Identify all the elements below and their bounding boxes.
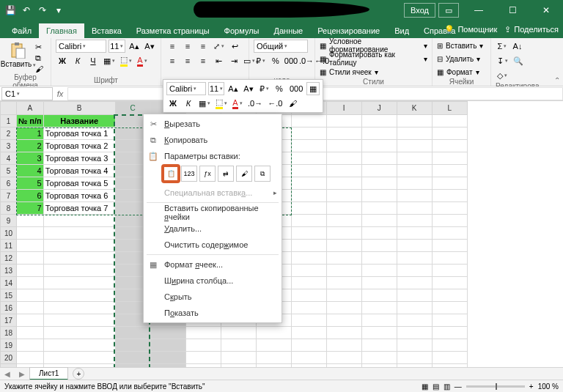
cell[interactable] xyxy=(397,302,432,314)
ctx-column-width[interactable]: Ширина столбца... xyxy=(144,273,282,289)
maximize-button[interactable]: ☐ xyxy=(496,0,529,21)
cell[interactable] xyxy=(291,127,326,140)
cell[interactable] xyxy=(326,165,361,177)
format-cells-button[interactable]: ▦Формат ▾ xyxy=(437,66,486,78)
align-left-icon[interactable]: ≡ xyxy=(166,54,179,67)
cell[interactable] xyxy=(326,152,361,165)
cell[interactable] xyxy=(326,314,361,327)
cell[interactable] xyxy=(397,277,432,289)
cell[interactable] xyxy=(291,215,326,227)
fx-icon[interactable]: fx xyxy=(53,89,67,98)
cell[interactable] xyxy=(361,215,397,227)
cell[interactable] xyxy=(291,252,326,265)
ctx-insert-copied[interactable]: Вставить скопированные ячейки xyxy=(144,204,282,221)
tab-file[interactable]: Файл xyxy=(4,23,39,38)
align-top-icon[interactable]: ≡ xyxy=(166,40,179,53)
view-layout-icon[interactable]: ▤ xyxy=(433,382,439,391)
mini-currency-icon[interactable]: ₽ xyxy=(257,82,271,95)
cell[interactable] xyxy=(432,302,467,314)
col-header[interactable]: J xyxy=(361,102,397,115)
cell[interactable] xyxy=(43,227,115,240)
row-header[interactable]: 12 xyxy=(1,252,17,265)
orientation-icon[interactable]: ⤢ xyxy=(212,40,226,53)
row-header[interactable]: 16 xyxy=(1,302,17,314)
cell[interactable] xyxy=(43,277,115,289)
align-middle-icon[interactable]: ≡ xyxy=(181,40,194,53)
row-header[interactable]: 19 xyxy=(1,339,17,352)
col-header[interactable]: L xyxy=(432,102,467,115)
row-header[interactable]: 5 xyxy=(1,165,17,177)
ctx-format-cells[interactable]: ▦Формат ячеек... xyxy=(144,256,282,273)
cell[interactable] xyxy=(221,339,256,352)
cell[interactable] xyxy=(43,265,115,277)
col-header[interactable]: A xyxy=(17,102,44,115)
font-color-icon[interactable]: A xyxy=(136,54,149,67)
row-header[interactable]: 6 xyxy=(1,177,17,190)
cell[interactable] xyxy=(432,140,467,152)
cell[interactable] xyxy=(43,215,115,227)
col-header[interactable]: I xyxy=(326,102,361,115)
cell[interactable] xyxy=(326,202,361,215)
cell[interactable] xyxy=(291,352,326,364)
cell[interactable] xyxy=(17,289,44,302)
cell[interactable] xyxy=(326,302,361,314)
underline-button[interactable]: Ч xyxy=(87,54,100,67)
find-icon[interactable]: 🔍 xyxy=(512,54,525,67)
delete-cells-button[interactable]: ⊟Удалить ▾ xyxy=(437,53,486,64)
cell[interactable] xyxy=(397,352,432,364)
row-header[interactable]: 7 xyxy=(1,190,17,202)
cell[interactable] xyxy=(150,327,185,339)
sheet-nav-prev-icon[interactable]: ◀ xyxy=(0,370,15,378)
tab-review[interactable]: Рецензирование xyxy=(310,23,387,38)
cell[interactable] xyxy=(326,215,361,227)
cell[interactable] xyxy=(326,177,361,190)
fill-color-icon[interactable]: ⬚ xyxy=(119,54,133,67)
insert-cells-button[interactable]: ⊞Вставить ▾ xyxy=(437,40,486,51)
cell[interactable] xyxy=(17,215,44,227)
cell[interactable] xyxy=(361,265,397,277)
mini-italic[interactable]: К xyxy=(182,97,195,110)
cell[interactable] xyxy=(291,177,326,190)
cell[interactable] xyxy=(361,277,397,289)
cell[interactable] xyxy=(17,227,44,240)
share-button[interactable]: ⇪Поделиться xyxy=(504,25,559,34)
mini-percent-icon[interactable]: % xyxy=(273,82,286,95)
align-center-icon[interactable]: ≡ xyxy=(181,54,194,67)
align-right-icon[interactable]: ≡ xyxy=(196,54,210,67)
name-box[interactable]: C1 xyxy=(1,87,53,100)
tab-insert[interactable]: Вставка xyxy=(84,23,129,38)
cut-icon[interactable]: ✂ xyxy=(35,42,43,52)
tab-home[interactable]: Главная xyxy=(39,23,84,38)
cell[interactable] xyxy=(397,215,432,227)
cell[interactable] xyxy=(432,352,467,364)
border-icon[interactable]: ▦ xyxy=(102,54,117,67)
cell[interactable] xyxy=(291,339,326,352)
cell[interactable] xyxy=(291,240,326,252)
cell[interactable] xyxy=(397,240,432,252)
ctx-clear[interactable]: Очистить содержимое xyxy=(144,237,282,253)
paste-option-values[interactable]: 123 xyxy=(181,166,197,182)
indent-right-icon[interactable]: ⇥ xyxy=(227,54,240,67)
italic-button[interactable]: К xyxy=(71,54,84,67)
row-header[interactable]: 8 xyxy=(1,202,17,215)
format-table-button[interactable]: ▦Форматировать как таблицу ▾ xyxy=(320,53,427,64)
view-break-icon[interactable]: ▥ xyxy=(444,382,450,391)
cell[interactable] xyxy=(43,339,115,352)
cell[interactable] xyxy=(361,327,397,339)
cell[interactable] xyxy=(397,177,432,190)
cell[interactable] xyxy=(17,339,44,352)
cell[interactable] xyxy=(326,277,361,289)
sheet-tab[interactable]: Лист1 xyxy=(29,367,68,380)
cell[interactable] xyxy=(432,289,467,302)
cell[interactable] xyxy=(291,302,326,314)
ctx-paste-special[interactable]: Специальная вставка... xyxy=(144,185,282,201)
cell[interactable] xyxy=(397,115,432,127)
cell[interactable] xyxy=(432,165,467,177)
cell[interactable] xyxy=(326,115,361,127)
cell[interactable] xyxy=(326,127,361,140)
bold-button[interactable]: Ж xyxy=(56,54,69,67)
cell-styles-button[interactable]: ▦Стили ячеек ▾ xyxy=(320,66,427,78)
percent-icon[interactable]: % xyxy=(269,54,282,67)
cell[interactable] xyxy=(361,177,397,190)
cell[interactable] xyxy=(17,277,44,289)
